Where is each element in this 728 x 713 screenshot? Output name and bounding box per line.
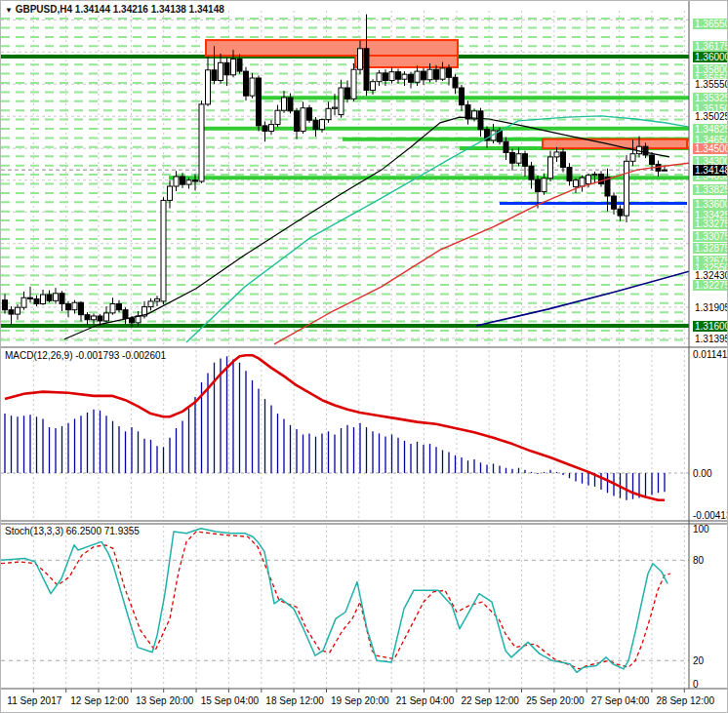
candle-body[interactable] xyxy=(224,62,229,75)
candle-body[interactable] xyxy=(650,155,655,164)
candle-body[interactable] xyxy=(427,69,432,80)
candle-body[interactable] xyxy=(542,178,546,192)
candle-body[interactable] xyxy=(186,180,191,184)
candle-body[interactable] xyxy=(453,77,458,88)
candle-body[interactable] xyxy=(409,74,414,82)
candle-body[interactable] xyxy=(155,298,160,301)
candle-body[interactable] xyxy=(548,157,553,178)
candle-body[interactable] xyxy=(586,176,591,184)
candle-body[interactable] xyxy=(79,302,84,315)
candle-body[interactable] xyxy=(422,71,426,80)
candle-body[interactable] xyxy=(630,154,635,162)
candle-body[interactable] xyxy=(529,166,534,179)
candle-body[interactable] xyxy=(104,313,109,321)
candle-body[interactable] xyxy=(34,298,39,303)
candle-body[interactable] xyxy=(358,49,363,69)
candle-body[interactable] xyxy=(580,178,585,186)
candle-body[interactable] xyxy=(85,315,90,320)
candle-body[interactable] xyxy=(174,177,179,186)
candle-body[interactable] xyxy=(516,154,521,164)
candle-body[interactable] xyxy=(345,88,350,99)
candle-body[interactable] xyxy=(3,300,8,310)
candle-body[interactable] xyxy=(66,304,71,310)
candle-body[interactable] xyxy=(396,72,401,80)
supply-zone[interactable] xyxy=(206,40,458,56)
candle-body[interactable] xyxy=(536,179,541,192)
candle-body[interactable] xyxy=(123,310,128,319)
candle-body[interactable] xyxy=(415,71,420,82)
macd-panel[interactable] xyxy=(1,350,689,521)
candle-body[interactable] xyxy=(288,98,293,111)
candle-body[interactable] xyxy=(219,62,223,80)
candle-body[interactable] xyxy=(478,111,483,130)
candle-body[interactable] xyxy=(275,110,280,124)
candle-body[interactable] xyxy=(231,59,236,75)
candle-body[interactable] xyxy=(28,297,33,298)
candle-body[interactable] xyxy=(181,177,185,184)
stoch-panel[interactable] xyxy=(1,526,689,689)
candle-body[interactable] xyxy=(440,68,445,79)
candle-body[interactable] xyxy=(618,209,623,216)
candle-body[interactable] xyxy=(212,70,217,81)
candle-body[interactable] xyxy=(574,180,579,187)
supply-zone[interactable] xyxy=(543,139,687,148)
candle-body[interactable] xyxy=(504,141,508,152)
candle-body[interactable] xyxy=(389,72,394,81)
candle-body[interactable] xyxy=(434,69,439,79)
candle-body[interactable] xyxy=(60,294,64,304)
candle-body[interactable] xyxy=(320,120,325,130)
candle-body[interactable] xyxy=(257,78,262,126)
candle-body[interactable] xyxy=(326,108,331,119)
candle-body[interactable] xyxy=(339,88,344,115)
candle-body[interactable] xyxy=(98,316,102,321)
candle-body[interactable] xyxy=(333,107,338,108)
candle-body[interactable] xyxy=(612,196,617,209)
candle-body[interactable] xyxy=(130,319,135,323)
candle-body[interactable] xyxy=(377,73,382,82)
chevron-down-icon[interactable]: ▼ xyxy=(5,6,13,15)
candle-body[interactable] xyxy=(371,82,376,91)
candle-body[interactable] xyxy=(206,70,211,104)
candle-body[interactable] xyxy=(21,297,26,307)
candle-body[interactable] xyxy=(307,108,312,121)
candle-body[interactable] xyxy=(384,73,388,81)
candle-body[interactable] xyxy=(567,168,572,181)
candle-body[interactable] xyxy=(554,152,559,157)
candle-body[interactable] xyxy=(625,161,629,216)
candle-body[interactable] xyxy=(561,152,566,168)
candle-body[interactable] xyxy=(161,200,166,301)
candle-body[interactable] xyxy=(9,310,14,314)
candle-body[interactable] xyxy=(592,175,597,176)
candle-body[interactable] xyxy=(269,125,274,132)
candle-body[interactable] xyxy=(402,74,407,79)
candle-body[interactable] xyxy=(460,88,465,105)
candle-body[interactable] xyxy=(47,295,52,300)
main-chart-panel[interactable] xyxy=(1,11,689,346)
candle-body[interactable] xyxy=(282,98,287,110)
candle-body[interactable] xyxy=(41,295,46,304)
candle-body[interactable] xyxy=(193,180,198,181)
candle-body[interactable] xyxy=(447,68,452,77)
candle-body[interactable] xyxy=(117,304,122,310)
candle-body[interactable] xyxy=(301,108,305,132)
candle-body[interactable] xyxy=(110,304,115,313)
candle-body[interactable] xyxy=(244,71,249,96)
candle-body[interactable] xyxy=(599,175,604,184)
candle-body[interactable] xyxy=(92,316,97,320)
candle-body[interactable] xyxy=(250,78,255,96)
candle-body[interactable] xyxy=(351,69,356,99)
candle-body[interactable] xyxy=(663,170,667,171)
candle-body[interactable] xyxy=(237,59,242,72)
candle-body[interactable] xyxy=(364,49,369,91)
candle-body[interactable] xyxy=(199,104,204,181)
candle-body[interactable] xyxy=(510,153,515,164)
candle-body[interactable] xyxy=(148,301,153,307)
candle-body[interactable] xyxy=(263,126,267,132)
candle-body[interactable] xyxy=(313,120,318,130)
candle-body[interactable] xyxy=(295,111,300,132)
candle-body[interactable] xyxy=(465,105,470,119)
candle-body[interactable] xyxy=(168,186,173,200)
candle-body[interactable] xyxy=(523,154,528,167)
candle-body[interactable] xyxy=(54,294,59,301)
candle-body[interactable] xyxy=(643,146,648,155)
